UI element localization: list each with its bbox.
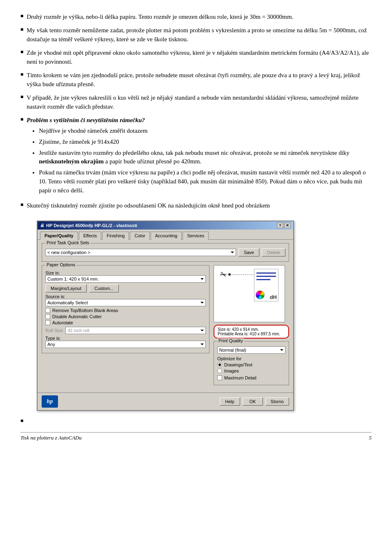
source-dropdown[interactable]: Automatically Select	[45, 299, 206, 306]
size-info-printable: Printable Area is: 410 x 897,5 mm.	[218, 332, 285, 336]
ok-button[interactable]: OK	[243, 397, 263, 406]
delete-button[interactable]: Delete	[262, 248, 285, 257]
close-titlebar-button[interactable]: ✕	[284, 223, 291, 228]
preview-box: ✂ dH	[214, 265, 285, 322]
hp-logo: hp	[42, 395, 58, 408]
checkbox-remove-row: Remove Top/Bottom Blank Areas	[45, 308, 206, 313]
dialog-main: Paper Options Size is: Custom 1: 420 x 9…	[42, 265, 289, 388]
type-value: Any	[47, 342, 55, 347]
paragraph-1: ■ Druhý rozměr je výška, nebo-li délka p…	[20, 12, 372, 22]
bullet-symbol-1: ■	[20, 13, 23, 22]
paper-line-1	[256, 272, 276, 274]
margins-row: Margins/Layout Custom...	[45, 284, 206, 292]
dialog-bottom-bar: hp Help OK Storno	[38, 393, 293, 410]
disable-cutter-checkbox[interactable]	[45, 314, 50, 319]
checkbox-autorotate-row: Autorotate	[45, 320, 206, 325]
tab-effects[interactable]: Effects	[79, 232, 101, 240]
paragraph-5: ■ V případě, že jste výkres nakreslili o…	[20, 93, 372, 112]
cancel-button[interactable]: Storno	[265, 397, 289, 406]
max-detail-checkbox[interactable]	[217, 375, 222, 380]
size-row-label: Size is:	[45, 270, 206, 275]
print-task-dropdown[interactable]: < new configuration >	[45, 249, 236, 256]
quality-dropdown[interactable]: Normal (final)	[217, 346, 285, 354]
tab-services[interactable]: Services	[183, 232, 209, 240]
paragraph-7: ■ Skutečný tisknutelný rozměr zjistíte p…	[20, 201, 372, 210]
optimize-label: Optimize for	[217, 356, 241, 361]
bottom-buttons: Help OK Storno	[220, 397, 289, 406]
paragraph-6-content: Problém s vytištěním či nevytištěním rám…	[27, 116, 372, 197]
bullet-symbol-7: ■	[20, 202, 23, 210]
paragraph-3: ■ Zde je vhodné mít opět připravené okno…	[20, 48, 372, 67]
images-label: Images	[224, 368, 239, 373]
bullet-symbol-last: ■	[20, 418, 23, 424]
paper-preview: dH	[254, 269, 278, 301]
print-task-label: Print Task Quick Sets	[45, 240, 90, 245]
type-dropdown[interactable]: Any	[45, 341, 206, 348]
type-dropdown-row: Any	[45, 341, 206, 348]
paper-options-label: Paper Options	[45, 262, 76, 267]
dialog-right: ✂ dH	[214, 265, 289, 388]
help-titlebar-button[interactable]: ?	[277, 223, 283, 228]
source-value: Automatically Select	[47, 300, 88, 305]
footer-right: 5	[369, 435, 372, 441]
source-is-label: Source is:	[45, 294, 65, 299]
print-quality-label: Print Quality	[217, 338, 244, 343]
source-dd-arrow	[200, 302, 204, 305]
bullet-symbol-2: ■	[20, 27, 23, 44]
footer-left: Tisk na plotteru z AutoCADu	[20, 435, 82, 441]
tab-paper-quality[interactable]: Paper/Quality	[40, 232, 78, 240]
paper-line-2	[256, 276, 276, 277]
paragraph-4-text: Tímto krokem se vám jen zjednoduší práce…	[27, 71, 372, 89]
size-dropdown[interactable]: Custom 1: 420 x 914 mm.	[45, 275, 206, 283]
bullet-symbol-5: ■	[20, 94, 23, 112]
autorotate-label: Autorotate	[52, 320, 73, 325]
dialog: 🖨 HP Designjet 4500mfp HP-GL/2 - vlastno…	[37, 221, 294, 411]
max-detail-label: Maximum Detail	[224, 375, 256, 380]
size-value: Custom 1: 420 x 914 mm.	[47, 277, 99, 281]
remove-blank-checkbox[interactable]	[45, 308, 50, 313]
scissors-icon: ✂	[218, 269, 228, 280]
dialog-app-icon: 🖨	[40, 223, 44, 228]
drawings-text-radio[interactable]	[217, 362, 222, 367]
roll-size-label: Roll Size	[45, 328, 63, 333]
tab-finishing[interactable]: Finishing	[102, 232, 129, 240]
radio-images-row: Images	[217, 368, 285, 373]
drawings-text-label: Drawings/Text	[224, 362, 252, 367]
checkbox-disable-row: Disable Automatic Cutter	[45, 314, 206, 319]
images-radio[interactable]	[217, 368, 222, 373]
size-info-size: Size is: 420 x 914 mm.	[218, 327, 285, 332]
bullet-symbol-6: ■	[20, 116, 23, 197]
remove-blank-label: Remove Top/Bottom Blank Areas	[52, 308, 118, 313]
autorotate-checkbox[interactable]	[45, 320, 50, 325]
roll-size-dd-arrow	[200, 330, 204, 333]
dialog-left: Paper Options Size is: Custom 1: 420 x 9…	[42, 265, 209, 388]
max-detail-row: Maximum Detail	[217, 375, 285, 380]
size-is-label: Size is:	[45, 270, 60, 275]
help-button[interactable]: Help	[220, 397, 240, 406]
paragraph-5-text: V případě, že jste výkres nakreslili o k…	[27, 93, 372, 112]
quality-value: Normal (final)	[219, 348, 246, 352]
paragraph-2: ■ My však tento rozměr nemůžeme zadat, p…	[20, 26, 372, 44]
margins-layout-button[interactable]: Margins/Layout	[45, 284, 87, 292]
paragraph-last-text	[27, 417, 372, 424]
type-dd-arrow	[200, 344, 204, 347]
dialog-titlebar-buttons: ? ✕	[277, 223, 291, 228]
dialog-titlebar-left: 🖨 HP Designjet 4500mfp HP-GL/2 - vlastno…	[40, 223, 137, 228]
paragraph-1-text: Druhý rozměr je výška, nebo-li délka pap…	[27, 12, 372, 22]
tab-accounting[interactable]: Accounting	[151, 232, 182, 240]
type-is-label: Type is:	[45, 336, 61, 341]
source-dropdown-row: Automatically Select	[45, 299, 206, 306]
dialog-tabs: Paper/Quality Effects Finishing Color Ac…	[38, 230, 293, 240]
tab-color[interactable]: Color	[130, 232, 149, 240]
paragraph-3-text: Zde je vhodné mít opět připravené okno o…	[27, 48, 372, 67]
print-task-dd-arrow	[231, 252, 234, 255]
paper-options-group: Paper Options Size is: Custom 1: 420 x 9…	[42, 265, 209, 353]
sub-item-3: Jestliže nastavím tyto rozměry do předeš…	[39, 149, 372, 167]
custom-button[interactable]: Custom...	[89, 284, 119, 292]
sub-item-1: Nejdříve je vhodné rámeček změřit dotaze…	[39, 127, 372, 136]
paragraph-7-text: Skutečný tisknutelný rozměr zjistíte po …	[27, 201, 372, 210]
bullet-symbol-4: ■	[20, 71, 23, 89]
dialog-titlebar: 🖨 HP Designjet 4500mfp HP-GL/2 - vlastno…	[38, 221, 293, 230]
save-button[interactable]: Save	[238, 248, 259, 257]
roll-size-row: Roll Size 42 inch roll	[45, 327, 206, 334]
